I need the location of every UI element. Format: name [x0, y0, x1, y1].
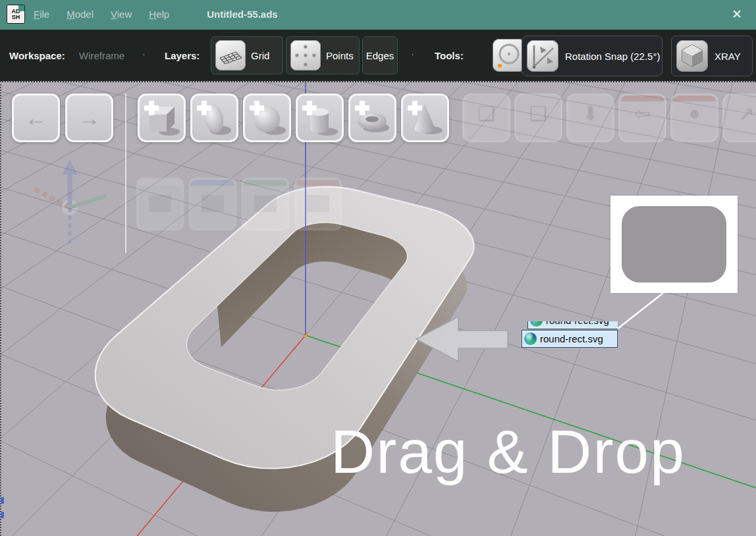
layers-label: Layers:	[165, 50, 200, 61]
drag-drop-caption: Drag & Drop	[331, 417, 686, 487]
viewport-3d[interactable]: ← →	[0, 81, 756, 536]
arrow-right-icon: →	[78, 105, 101, 131]
points-button-label: Points	[326, 50, 354, 61]
workspace-label: Workspace:	[9, 50, 65, 61]
arrow-left-icon: ←	[25, 105, 47, 131]
disabled-tool-button: ↗	[722, 94, 756, 142]
grid-button-label: Grid	[251, 50, 269, 61]
axis-gizmo-ghost-icon	[16, 155, 128, 260]
menu-view[interactable]: View	[102, 9, 140, 20]
ghost-button	[136, 178, 184, 230]
drag-chip-ghost: round-rect.svg	[527, 321, 618, 330]
add-cylinder-button[interactable]	[296, 94, 344, 142]
disabled-tool-button: ❏	[514, 94, 562, 142]
xray-cube-icon	[676, 40, 708, 72]
toolbar-separator: ·	[142, 49, 146, 59]
ghost-button	[189, 178, 236, 230]
disabled-tool-button: ⇦	[618, 94, 666, 142]
layer-grid-button[interactable]: Grid	[211, 36, 283, 74]
application-window: AD SH File Model View Help Untitled-55.a…	[0, 0, 756, 536]
add-sphere-button[interactable]	[243, 94, 291, 142]
torus-icon	[352, 97, 393, 138]
circle-tool-button[interactable]	[493, 39, 526, 72]
rotation-snap-button[interactable]: Rotation Snap (22.5°)	[522, 36, 662, 76]
rotation-snap-icon	[527, 40, 558, 72]
drag-chip-filename: round-rect.svg	[540, 333, 603, 344]
add-cube-button[interactable]	[138, 94, 186, 142]
layer-points-button[interactable]: Points	[286, 36, 360, 74]
close-icon[interactable]: ✕	[727, 7, 747, 22]
rounded-rect-preview	[622, 206, 726, 282]
disabled-tool-button: ⬇	[566, 94, 614, 142]
cylinder-icon	[300, 97, 340, 138]
disabled-tool-button: ●	[670, 94, 718, 142]
toolbar: Workspace: Wireframe · Layers: Grid Poin…	[0, 28, 756, 81]
menu-help[interactable]: Help	[140, 9, 178, 20]
tools-label: Tools:	[435, 50, 464, 61]
drop-border-dash	[1, 512, 4, 518]
nav-back-button[interactable]: ←	[12, 94, 60, 142]
circle-tool-icon	[493, 39, 526, 72]
cone-icon	[405, 97, 446, 138]
ghost-button	[294, 178, 342, 230]
menu-file[interactable]: File	[25, 9, 58, 20]
points-icon	[290, 40, 321, 70]
add-cone-button[interactable]	[401, 94, 449, 142]
cube-icon	[142, 97, 182, 138]
sphere-icon	[247, 97, 288, 138]
edge-browser-icon	[524, 333, 537, 345]
rotation-snap-label: Rotation Snap (22.5°)	[565, 51, 660, 62]
document-title: Untitled-55.ads	[207, 9, 278, 20]
menu-model[interactable]: Model	[58, 9, 102, 20]
nav-forward-button[interactable]: →	[65, 94, 113, 142]
drop-border-dash	[1, 497, 4, 504]
layer-edges-button[interactable]: Edges	[362, 36, 398, 74]
app-logo-icon: AD SH	[7, 5, 25, 24]
logo-corner-accent	[18, 5, 24, 11]
add-torus-button[interactable]	[348, 94, 396, 142]
drag-chip[interactable]: round-rect.svg	[522, 330, 618, 348]
edges-button-label: Edges	[366, 50, 394, 61]
ellipsoid-icon	[194, 97, 235, 138]
edge-browser-icon	[530, 321, 543, 327]
toolbar-separator: ·	[411, 49, 414, 59]
xray-label: XRAY	[715, 51, 741, 62]
title-bar: AD SH File Model View Help Untitled-55.a…	[0, 0, 756, 28]
disabled-tool-button: ❏	[462, 94, 510, 142]
add-ellipsoid-button[interactable]	[190, 94, 238, 142]
xray-button[interactable]: XRAY	[671, 36, 753, 76]
workspace-value[interactable]: Wireframe	[79, 50, 124, 61]
grid-icon	[215, 40, 246, 70]
svg-preview-panel	[610, 196, 738, 293]
ghost-button	[242, 178, 289, 230]
preview-connector-line	[618, 293, 663, 329]
logo-text-bottom: SH	[12, 14, 20, 20]
